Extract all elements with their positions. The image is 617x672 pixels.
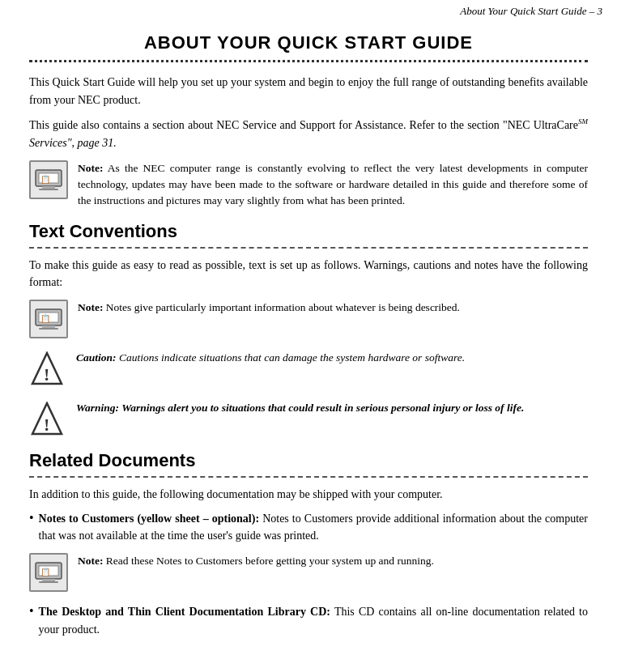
svg-text:📋: 📋 bbox=[40, 174, 51, 185]
svg-text:📋: 📋 bbox=[40, 313, 51, 324]
note3-box: 📋 Note: Read these Notes to Customers be… bbox=[29, 553, 588, 592]
note2-svg: 📋 bbox=[34, 304, 63, 334]
note1-label: Note: bbox=[78, 162, 103, 174]
note1-icon: 📋 bbox=[29, 160, 68, 199]
svg-rect-7 bbox=[42, 325, 55, 328]
intro-para2: This guide also contains a section about… bbox=[29, 117, 588, 151]
svg-rect-2 bbox=[42, 186, 55, 189]
caution-label: Caution: bbox=[76, 351, 117, 364]
svg-text:!: ! bbox=[44, 415, 49, 435]
warning-label: Warning: bbox=[76, 402, 119, 414]
dot-divider-line bbox=[29, 60, 588, 62]
caution-box: ! Caution: Cautions indicate situations … bbox=[29, 350, 588, 389]
caution-triangle-svg: ! bbox=[31, 351, 63, 387]
related-documents-title: Related Documents bbox=[29, 450, 588, 471]
intro-para1: This Quick Start Guide will help you set… bbox=[29, 74, 588, 108]
text-conventions-body: To make this guide as easy to read as po… bbox=[29, 257, 588, 291]
warning-body: Warnings alert you to situations that co… bbox=[121, 402, 524, 414]
text-conventions-title: Text Conventions bbox=[29, 221, 588, 242]
caution-body: Cautions indicate situations that can da… bbox=[119, 351, 465, 364]
svg-rect-17 bbox=[39, 581, 58, 583]
note2-icon: 📋 bbox=[29, 300, 68, 338]
dash-divider-2 bbox=[29, 476, 588, 478]
page-header: About Your Quick Start Guide – 3 bbox=[0, 0, 617, 21]
note2-text: Note: Notes give particularly important … bbox=[78, 300, 460, 316]
bullet2-dot: • bbox=[29, 604, 34, 619]
note1-text: Note: As the NEC computer range is const… bbox=[78, 160, 588, 210]
warning-box: ! Warning: Warnings alert you to situati… bbox=[29, 400, 588, 439]
caution-text: Caution: Cautions indicate situations th… bbox=[76, 350, 465, 366]
svg-text:!: ! bbox=[44, 364, 49, 385]
bullet1-label: Notes to Customers (yellow sheet – optio… bbox=[39, 513, 259, 525]
note1-box: 📋 Note: As the NEC computer range is con… bbox=[29, 160, 588, 210]
main-title: ABOUT YOUR QUICK START GUIDE bbox=[29, 32, 588, 53]
svg-rect-16 bbox=[42, 579, 55, 581]
note3-svg: 📋 bbox=[34, 558, 63, 587]
dash-divider-1 bbox=[29, 247, 588, 249]
header-text: About Your Quick Start Guide – 3 bbox=[460, 5, 602, 17]
sm-superscript: SM bbox=[578, 118, 588, 126]
bullet2-item: • The Desktop and Thin Client Documentat… bbox=[29, 603, 588, 638]
bullet1-dot: • bbox=[29, 511, 34, 525]
bullet2-label: The Desktop and Thin Client Documentatio… bbox=[39, 606, 330, 618]
bullet1-text: Notes to Customers (yellow sheet – optio… bbox=[39, 510, 588, 545]
dot-divider bbox=[29, 60, 588, 62]
dash-divider-1-line bbox=[29, 247, 588, 249]
bullet1-item: • Notes to Customers (yellow sheet – opt… bbox=[29, 510, 588, 545]
svg-rect-3 bbox=[39, 189, 58, 190]
page-content: ABOUT YOUR QUICK START GUIDE This Quick … bbox=[0, 21, 617, 662]
warning-triangle-svg: ! bbox=[31, 402, 63, 437]
note3-icon: 📋 bbox=[29, 553, 68, 592]
note1-svg: 📋 bbox=[34, 165, 63, 194]
caution-icon: ! bbox=[29, 350, 65, 389]
svg-rect-8 bbox=[39, 328, 58, 330]
note3-label: Note: bbox=[78, 555, 103, 567]
dash-divider-2-line bbox=[29, 476, 588, 478]
warning-text: Warning: Warnings alert you to situation… bbox=[76, 400, 524, 416]
bullet2-text: The Desktop and Thin Client Documentatio… bbox=[39, 603, 588, 638]
note2-body: Notes give particularly important inform… bbox=[106, 301, 460, 313]
related-docs-body: In addition to this guide, the following… bbox=[29, 486, 588, 504]
svg-text:📋: 📋 bbox=[40, 567, 51, 577]
note3-text: Note: Read these Notes to Customers befo… bbox=[78, 553, 434, 569]
warning-icon: ! bbox=[29, 400, 65, 439]
note2-box: 📋 Note: Notes give particularly importan… bbox=[29, 300, 588, 338]
note2-label: Note: bbox=[78, 301, 103, 313]
note3-body: Read these Notes to Customers before get… bbox=[106, 555, 434, 567]
